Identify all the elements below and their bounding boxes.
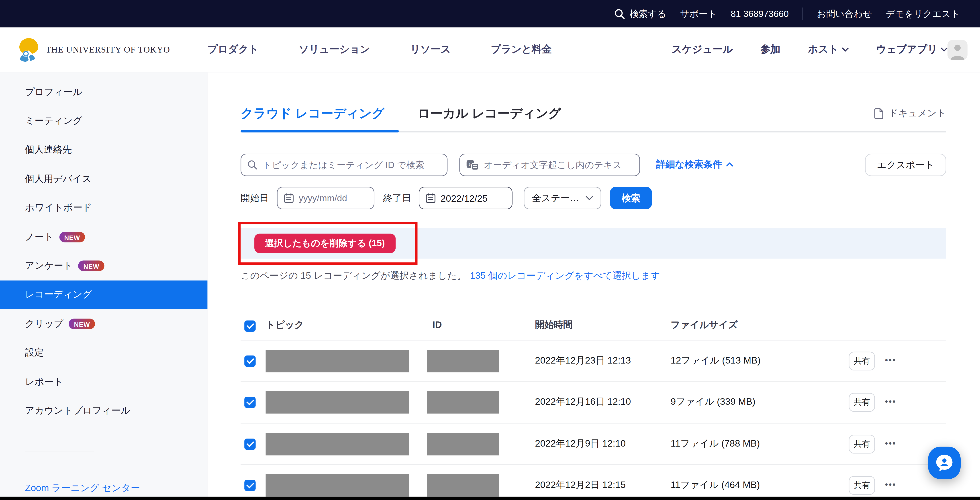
logo-text: THE UNIVERSITY OF TOKYO (46, 45, 170, 55)
sidebar-item[interactable]: 個人用デバイス (0, 165, 208, 193)
primary-nav-item[interactable]: プランと料金 (491, 43, 552, 56)
topic-search-input[interactable]: トピックまたはミーティング ID で検索 (240, 154, 447, 176)
selection-count-text: このページの 15 レコーディングが選択されました。 (240, 270, 466, 284)
chat-person-icon (935, 454, 954, 472)
column-header-file-size: ファイルサイズ (671, 319, 738, 331)
chevron-down-icon (585, 195, 593, 200)
caret-up-icon (727, 162, 733, 167)
recordings-tabs: クラウド レコーディング ローカル レコーディング ドキュメント (240, 100, 946, 132)
selection-summary: このページの 15 レコーディングが選択されました。 135 個のレコーディング… (240, 270, 946, 284)
delete-selected-button[interactable]: 選択したものを削除する (15) (255, 233, 395, 253)
tab-cloud-recordings[interactable]: クラウド レコーディング (240, 105, 384, 122)
row-checkbox[interactable] (244, 480, 256, 491)
column-header-id: ID (433, 319, 442, 330)
redacted-id-block (427, 433, 499, 455)
redacted-topic-block (266, 350, 409, 372)
primary-nav-item[interactable]: ソリューション (299, 43, 370, 56)
sidebar-learning-center-link[interactable]: Zoom ラーニング センター (25, 482, 140, 494)
utokyo-ginkgo-icon (18, 37, 40, 62)
row-start-time: 2022年12月9日 12:10 (535, 438, 626, 449)
secondary-nav-item[interactable]: ホスト (808, 43, 849, 56)
chevron-down-icon (842, 48, 849, 52)
share-button[interactable]: 共有 (849, 435, 875, 453)
table-row: 2022年12月23日 12:13 12ファイル (513 MB) 共有 ••• (240, 340, 946, 382)
sidebar-item[interactable]: 個人連絡先 (0, 135, 208, 164)
select-all-recordings-link[interactable]: 135 個のレコーディングをすべて選択します (470, 270, 660, 284)
primary-nav-item[interactable]: リソース (410, 43, 451, 56)
primary-nav: プロダクト ソリューション リソース プランと料金 (208, 43, 552, 56)
search-icon (247, 160, 258, 170)
topbar-contact-link[interactable]: お問い合わせ (817, 8, 872, 20)
advanced-search-link[interactable]: 詳細な検索条件 (656, 159, 733, 170)
row-checkbox[interactable] (244, 356, 256, 367)
row-file-size: 12ファイル (513 MB) (671, 355, 760, 367)
documentation-link[interactable]: ドキュメント (874, 108, 946, 119)
sidebar-item[interactable]: レコーディング (0, 280, 208, 309)
secondary-nav-item[interactable]: ウェブアプリ (876, 43, 948, 56)
calendar-icon (284, 193, 294, 203)
end-date-input[interactable]: 2022/12/25 (419, 187, 512, 209)
transcript-search-input[interactable]: ♪ オーディオ文字起こし内のテキス (459, 154, 640, 176)
recordings-table: トピック ID 開始時間 ファイルサイズ 2022年12月23日 12:13 1… (240, 312, 946, 500)
row-checkbox[interactable] (244, 397, 256, 408)
chat-support-fab[interactable] (928, 446, 961, 479)
bottom-black-bar (0, 497, 980, 500)
redacted-id-block (427, 474, 499, 497)
table-row: 2022年12月2日 12:15 11ファイル (464 MB) 共有 ••• (240, 465, 946, 500)
person-icon (948, 40, 967, 60)
end-date-label: 終了日 (383, 192, 411, 204)
export-button[interactable]: エクスポート (865, 154, 947, 176)
secondary-nav-item[interactable]: 参加 (760, 43, 780, 56)
more-options-button[interactable]: ••• (885, 480, 896, 489)
row-file-size: 11ファイル (464 MB) (671, 479, 760, 491)
redacted-id-block (427, 391, 499, 414)
chevron-down-icon (940, 48, 948, 52)
sidebar-item[interactable]: レポート (0, 367, 208, 396)
redacted-topic-block (266, 474, 409, 497)
redacted-id-block (427, 350, 499, 372)
topbar-search-button[interactable]: 検索する (615, 8, 667, 20)
search-button[interactable]: 検索 (610, 187, 652, 209)
share-button[interactable]: 共有 (849, 352, 875, 370)
select-all-checkbox[interactable] (244, 321, 256, 332)
secondary-nav: スケジュール 参加 ホスト ウェブアプリ (672, 43, 948, 56)
topbar-support-link[interactable]: サポート (680, 8, 717, 20)
table-row: 2022年12月16日 12:10 9ファイル (339 MB) 共有 ••• (240, 382, 946, 424)
new-badge: NEW (59, 232, 85, 242)
sidebar-item[interactable]: ホワイトボード (0, 194, 208, 222)
share-button[interactable]: 共有 (849, 476, 875, 495)
date-filter-row: 開始日 yyyy/mm/dd 終了日 2022/12/25 全ステー… (240, 187, 946, 209)
topbar-request-demo-link[interactable]: デモをリクエスト (886, 8, 960, 20)
column-header-topic: トピック (266, 319, 304, 331)
topbar-divider (802, 8, 803, 20)
topbar-phone-number[interactable]: 81 368973660 (731, 9, 789, 19)
main-header: THE UNIVERSITY OF TOKYO プロダクト ソリューション リソ… (0, 27, 980, 72)
sidebar-item[interactable]: アンケート NEW (0, 251, 208, 280)
sidebar-item[interactable]: 設定 (0, 338, 208, 367)
university-of-tokyo-logo[interactable]: THE UNIVERSITY OF TOKYO (18, 37, 170, 62)
sidebar-item[interactable]: アカウントプロフィール (0, 396, 208, 425)
sidebar-item[interactable]: ミーティング (0, 106, 208, 135)
table-header-row: トピック ID 開始時間 ファイルサイズ (240, 312, 946, 340)
search-icon (615, 8, 625, 19)
share-button[interactable]: 共有 (849, 393, 875, 412)
sidebar-item[interactable]: ノート NEW (0, 222, 208, 251)
sidebar-item[interactable]: クリップ NEW (0, 310, 208, 338)
more-options-button[interactable]: ••• (885, 438, 896, 448)
primary-nav-item[interactable]: プロダクト (208, 43, 259, 56)
redacted-topic-block (266, 433, 409, 455)
status-dropdown[interactable]: 全ステー… (524, 187, 601, 209)
secondary-nav-item[interactable]: スケジュール (672, 43, 733, 56)
redacted-topic-block (266, 391, 409, 414)
sidebar-item[interactable]: プロフィール (0, 78, 208, 106)
top-utility-bar: 検索する サポート 81 368973660 お問い合わせ デモをリクエスト (0, 0, 980, 27)
user-avatar[interactable] (948, 40, 967, 60)
start-date-input[interactable]: yyyy/mm/dd (277, 187, 374, 209)
more-options-button[interactable]: ••• (885, 356, 896, 365)
tab-local-recordings[interactable]: ローカル レコーディング (417, 105, 561, 122)
column-header-start-time: 開始時間 (535, 319, 573, 331)
zoom-web-portal-page: 検索する サポート 81 368973660 お問い合わせ デモをリクエスト (0, 0, 980, 500)
topbar-search-label: 検索する (630, 8, 667, 20)
row-checkbox[interactable] (244, 438, 256, 450)
more-options-button[interactable]: ••• (885, 397, 896, 406)
